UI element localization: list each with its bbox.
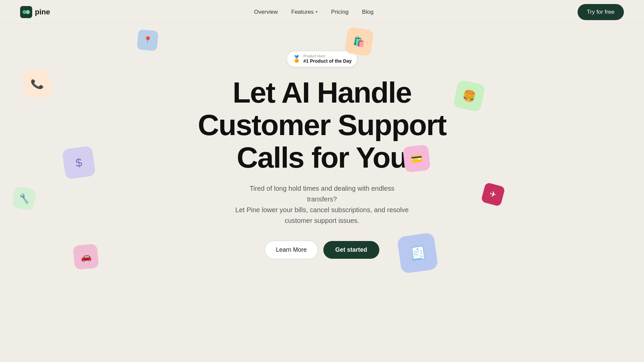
location-icon: 📍: [137, 29, 158, 51]
try-free-button[interactable]: Try for free: [578, 4, 624, 20]
nav-item-pricing[interactable]: Pricing: [331, 9, 348, 15]
shopping-bag-icon: 🛍️: [344, 27, 374, 56]
nav-item-blog[interactable]: Blog: [362, 9, 373, 15]
medal-icon: 🏅: [292, 55, 301, 63]
nav-item-overview[interactable]: Overview: [254, 9, 278, 15]
badge-source: Product Hunt: [304, 54, 352, 58]
logo[interactable]: pine: [20, 6, 50, 18]
hero-section: 🏅 Product Hunt #1 Product of the Day Let…: [0, 24, 644, 259]
badge-label: #1 Product of the Day: [304, 58, 352, 64]
phone-icon: 📞: [21, 68, 53, 100]
nav-item-features[interactable]: Features ▾: [291, 9, 318, 15]
car-icon: 🚗: [73, 244, 99, 270]
nav-links: Overview Features ▾ Pricing Blog: [254, 9, 373, 15]
burger-icon: 🍔: [453, 79, 485, 112]
hero-subtitle: Tired of long hold times and dealing wit…: [235, 183, 409, 226]
product-hunt-badge: 🏅 Product Hunt #1 Product of the Day: [287, 51, 358, 67]
logo-icon: [20, 6, 32, 18]
get-started-button[interactable]: Get started: [323, 241, 379, 259]
svg-point-1: [26, 10, 30, 14]
chevron-down-icon: ▾: [316, 10, 318, 14]
receipt-icon: 🧾: [397, 232, 438, 274]
credit-card-icon: 💳: [402, 144, 431, 173]
logo-text: pine: [35, 8, 50, 16]
badge-text-container: Product Hunt #1 Product of the Day: [304, 54, 352, 64]
hero-buttons: Learn More Get started: [265, 241, 379, 259]
wrench-icon: 🔧: [12, 186, 37, 211]
learn-more-button[interactable]: Learn More: [265, 241, 318, 259]
navbar: pine Overview Features ▾ Pricing Blog Tr…: [0, 0, 644, 24]
dollar-icon: $: [62, 145, 96, 180]
